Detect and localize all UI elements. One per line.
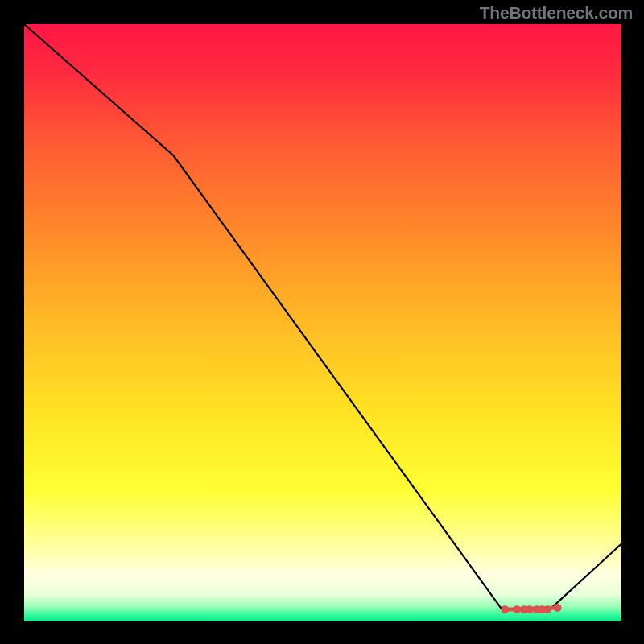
marker-point	[526, 605, 534, 613]
marker-point	[501, 605, 509, 613]
bottleneck-chart	[0, 0, 644, 644]
chart-frame: TheBottleneck.com	[0, 0, 644, 644]
watermark-label: TheBottleneck.com	[480, 3, 633, 23]
marker-point	[554, 604, 562, 612]
marker-point	[543, 605, 551, 613]
plot-background	[24, 24, 621, 621]
marker-point	[513, 605, 521, 613]
